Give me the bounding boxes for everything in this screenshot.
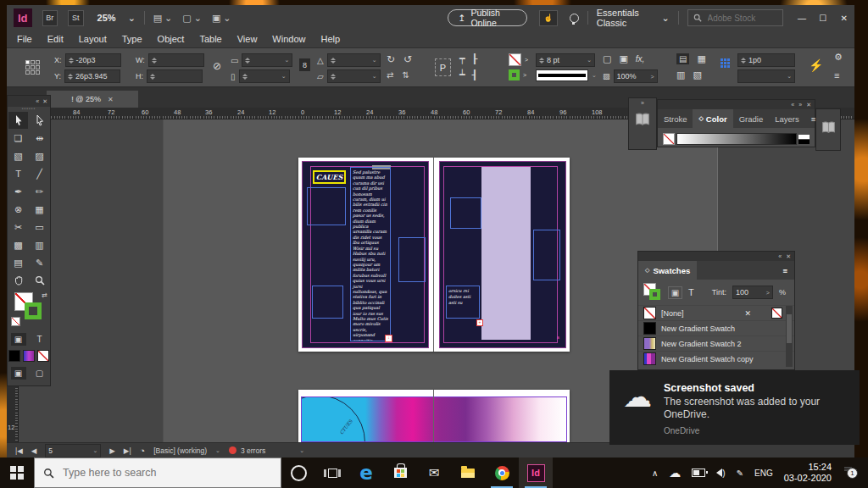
first-page-button[interactable]: |◀ [15,446,23,455]
swap-fill-stroke-icon[interactable]: ⇄ [42,291,47,299]
lightning-icon[interactable]: ⚡ [809,58,823,72]
close-button[interactable]: ✕ [833,8,854,27]
overset-indicator[interactable]: ↓ [385,335,392,342]
empty-frame-3[interactable] [398,237,426,282]
last-page-button[interactable]: ▶| [124,446,131,455]
x-position-field[interactable]: -20p3 [65,53,121,67]
next-page-button[interactable]: ▶ [109,446,115,455]
empty-frame-5[interactable] [533,230,560,280]
collapse-icon[interactable]: « [778,253,782,259]
arrange-documents-menu[interactable]: ▣⌄ [212,13,231,24]
opacity-field[interactable]: 100%> [614,69,658,83]
swatches-panel-header[interactable]: « ✕ [638,252,794,261]
distribute-icon-1[interactable]: ┯ [459,53,465,64]
language-indicator[interactable]: ENG [754,469,773,478]
color-panel-header[interactable]: « » ✕ [658,100,815,109]
menu-view[interactable]: View [237,34,258,44]
headline-frame[interactable]: CAUES [313,170,346,184]
pencil-tool[interactable]: ✏ [30,183,49,200]
fill-swatch[interactable] [509,53,521,66]
error-count[interactable]: 3 errors [241,446,265,455]
menu-window[interactable]: Window [272,34,305,44]
apply-gradient-button[interactable] [23,350,35,362]
distribute-icon-2[interactable]: ┠ [472,53,478,64]
swatch-row-gradient-copy[interactable]: New Gradient Swatch copy [638,351,794,366]
stock-search-input[interactable] [706,13,777,24]
content-collector-tool[interactable]: ▧ [8,147,28,164]
frame-fitting-icon[interactable] [721,58,730,68]
distribute-icon-3[interactable]: ┷ [459,69,465,80]
publish-online-button[interactable]: ↥ Publish Online [448,9,527,26]
spread-2[interactable]: CTUES [298,390,570,442]
fill-stroke-proxy[interactable] [643,283,662,302]
onedrive-notification[interactable]: ☁ Screenshot saved The screenshot was ad… [609,370,860,445]
wrap-bounding-icon[interactable]: ▦ [697,53,705,64]
hidden-icons-chevron[interactable]: ∧ [652,469,658,478]
eyedropper-tool[interactable]: ✎ [30,254,49,271]
scissors-tool[interactable]: ✂ [8,219,28,236]
height-field[interactable] [147,69,203,83]
menu-help[interactable]: Help [320,34,340,44]
scale-y-field[interactable]: ⌄ [239,69,290,83]
selection-tool[interactable] [8,112,28,129]
gradient-feather-tool[interactable]: ▥ [30,236,49,253]
menu-object[interactable]: Object [158,34,185,44]
expand-icon[interactable]: » [629,98,656,106]
rectangle-tool[interactable]: ▦ [30,201,49,218]
line-tool[interactable]: ╱ [30,165,49,182]
panel-menu-icon[interactable]: ≡ [834,70,839,80]
apply-none-button[interactable] [37,350,49,362]
touch-workspace-button[interactable]: ☝ [539,10,558,26]
overset-plus-indicator[interactable]: + [476,319,483,326]
pages-panel-icon[interactable] [635,113,650,126]
onedrive-tray-icon[interactable]: ☁ [669,466,681,480]
menu-table[interactable]: Table [199,34,221,44]
taskbar-search[interactable] [34,458,281,488]
panel-menu-icon[interactable]: ≡ [805,109,822,128]
rotate-cw-icon[interactable]: ↻ [387,53,395,65]
page-number-select[interactable]: 5⌄ [45,444,101,458]
cortana-button[interactable] [281,458,315,488]
tint-field[interactable]: 100> [732,286,773,299]
action-center-button[interactable]: 1 [843,464,860,481]
effects-button[interactable]: fx, [636,54,645,64]
constrain-dimensions-icon[interactable]: ⊘ [213,60,221,72]
flip-horizontal-icon[interactable]: ⇄ [387,70,393,80]
stock-button[interactable]: St [68,10,84,26]
none-swatch[interactable] [663,133,675,145]
preflight-icon[interactable]: ◔ [140,446,146,456]
chrome-button[interactable] [485,458,519,488]
tab-color[interactable]: ◇Color [693,109,732,128]
reference-point-grid[interactable] [25,60,40,75]
flip-vertical-icon[interactable]: ⇅ [402,70,409,80]
view-options-menu[interactable]: ▤⌄ [153,13,173,24]
gear-icon[interactable]: ⚙ [834,52,843,63]
lightbulb-icon[interactable] [570,14,579,23]
page-tool[interactable]: ❏ [8,130,28,147]
gradient-artwork-frame[interactable]: CTUES [301,396,567,442]
frame-ellipse-tool[interactable]: ⊗ [8,201,28,218]
menu-layout[interactable]: Layout [79,34,107,44]
menu-type[interactable]: Type [122,34,142,44]
zoom-level-select[interactable]: 25% ⌄ [97,13,136,24]
body-text-frame[interactable]: Sed palustre quam ma abud curama dir usi… [350,167,391,341]
close-icon[interactable]: ✕ [42,98,47,105]
tint-ramp[interactable] [676,133,797,145]
object-style-select[interactable]: ⌄ [737,69,795,83]
tab-stroke[interactable]: Stroke [658,109,693,128]
scrollbar[interactable] [786,306,793,367]
pen-tray-icon[interactable]: ✎ [737,469,743,478]
select-container-icon[interactable]: P [435,58,451,76]
color-ramp[interactable] [663,133,810,145]
swatch-row-gradient-2[interactable]: New Gradient Swatch 2 [638,336,794,351]
wrap-object-icon[interactable]: ▥ [676,69,685,80]
indesign-taskbar-button[interactable]: Id [519,458,553,488]
swatch-row-none[interactable]: [None] ✕ [638,305,794,320]
content-placer-tool[interactable]: ▨ [30,147,49,164]
close-icon[interactable]: ✕ [786,253,791,260]
file-explorer-button[interactable] [451,458,485,488]
collapse-icon[interactable]: « [791,102,794,108]
task-view-button[interactable] [315,458,349,488]
book-panel-icon[interactable] [821,121,836,134]
link-scale-icon[interactable]: 8 [299,58,310,71]
